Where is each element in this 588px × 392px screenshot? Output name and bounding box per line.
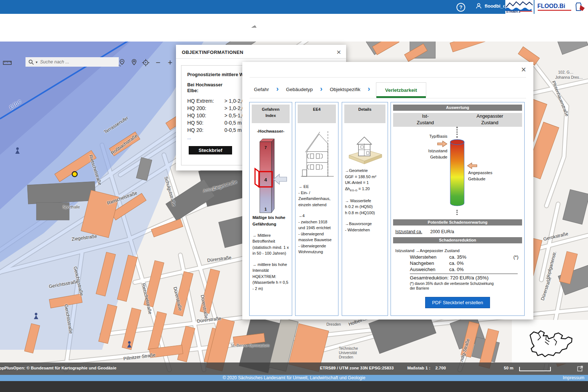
hq-value: > 0,5-1,0 xyxy=(224,113,245,118)
reduction-row: Ausweichen ca. 0% xyxy=(391,267,524,273)
panel-header: Details xyxy=(344,105,385,123)
tab-label: Verletzbarkeit xyxy=(385,87,417,93)
pdf-steckbrief-button[interactable]: PDF Steckbrief erstellen xyxy=(425,297,490,308)
scalebar-icon xyxy=(519,366,552,372)
state-columns: Ist- Zustand Angepasster Zustand xyxy=(393,113,522,127)
steckbrief-button[interactable]: Steckbrief xyxy=(189,146,232,154)
bauvorsorge-text: →Bauvorsorge - Widerstehen xyxy=(342,221,388,233)
steckbrief-dialog: × Gefahr › Gebäudetyp › Objektspezifik ›… xyxy=(242,62,533,320)
reduction-subtitle: Istzustand →Angepasster Zustand xyxy=(391,246,524,254)
delta-h-sub: EG-G xyxy=(350,189,357,192)
impressum-link[interactable]: Impressum xyxy=(563,375,584,381)
ist-zustand-column: Ist- Zustand xyxy=(393,113,458,127)
damage-gauge-graphic: Typ/Basis Istzustand Gebäude Angepas xyxy=(391,127,524,217)
set-marker-icon[interactable] xyxy=(130,58,138,67)
arrow-left-icon xyxy=(467,162,478,169)
hq-label: HQ Extrem: xyxy=(187,98,224,104)
floodbi-logo[interactable]: FLOOD.Bi xyxy=(534,0,588,14)
delta-h-line: ΔhEG-G = 1.20 xyxy=(342,186,388,193)
hazard-subtitle: -Hochwasser- xyxy=(250,128,292,134)
arrow-right-icon xyxy=(437,141,448,147)
reduction-row: Nachgeben ca. 0% xyxy=(391,260,524,267)
scale-value[interactable]: 2.700 xyxy=(435,366,446,370)
svg-text:STRIMA II: STRIMA II xyxy=(506,10,521,13)
istzustand-ca-label: Istzustand ca. xyxy=(395,229,422,234)
reduction-row: Widerstehen ca. 35% (*) xyxy=(391,254,524,260)
auswertung-panel: Auswertung Ist- Zustand Angepasster Zust… xyxy=(391,102,525,316)
reduction-name: Ausweichen xyxy=(410,267,449,273)
dotted-line xyxy=(456,210,458,215)
tab-verletzbarkeit[interactable]: Verletzbarkeit xyxy=(376,82,426,97)
help-icon[interactable]: ? xyxy=(456,3,465,12)
measure-ruler-icon[interactable] xyxy=(3,58,12,67)
selected-object-marker[interactable] xyxy=(72,172,77,177)
crs-label: ETRS89 / UTM zone 33N EPSG:25833 xyxy=(320,366,394,370)
panel-header: Gefahren Index xyxy=(252,105,290,123)
zoom-in-icon[interactable]: + xyxy=(166,58,175,67)
tab-gebaeudetyp[interactable]: Gebäudetyp xyxy=(285,87,314,92)
divider xyxy=(250,77,526,78)
dotted-line xyxy=(456,127,458,138)
search-dropdown-icon[interactable]: ▾ xyxy=(36,60,38,64)
tab-gefahr[interactable]: Gefahr xyxy=(252,87,270,92)
angepasstes-gebaeude-label: Angepasstes Gebäude xyxy=(468,170,516,183)
footer-bar: © 2020 Sächsisches Landesamt für Umwelt,… xyxy=(0,375,588,381)
map-attribution: ppPlusOpen: © Bundesamt für Kartographie… xyxy=(0,366,117,370)
istzustand-value: 2000 EUR/a xyxy=(430,229,454,234)
arrow-left-icon xyxy=(274,174,287,184)
search-input[interactable] xyxy=(39,59,99,65)
search-box[interactable]: ▾ xyxy=(26,57,119,67)
house-3d-icon xyxy=(346,134,384,165)
typ-basis-label: Typ/Basis xyxy=(405,133,447,140)
hq-value: > 1,0-2,0 xyxy=(224,98,245,104)
tab-objektspezifik[interactable]: Objektspezifik xyxy=(328,87,362,92)
gefahren-index-panel: Gefahren Index -Hochwasser- 7 1 xyxy=(249,102,292,316)
search-icon xyxy=(28,59,34,65)
gesamtreduktion-line: Gesamtreduktion: 720 EUR/a (35%) xyxy=(391,274,524,281)
building-type-sketch xyxy=(299,129,335,180)
locate-place-icon[interactable] xyxy=(117,58,126,67)
delta-h-base: Δh xyxy=(345,187,350,191)
user-menu[interactable]: floodbi_de xyxy=(475,3,509,9)
istzustand-row: Istzustand ca. 2000 EUR/a xyxy=(391,228,524,235)
reduction-note: (*) xyxy=(513,254,518,260)
ee-text-2: →4 - zwischen 1918 und 1945 errichtet - … xyxy=(295,213,338,255)
chevron-right-icon: › xyxy=(276,85,279,93)
floodbi-logo-graphic: FLOOD.Bi xyxy=(534,0,588,14)
user-icon xyxy=(475,3,482,9)
details-panel: Details →Geometrie GGF = 188.50 m² UK-An… xyxy=(342,102,388,316)
damage-cylinder xyxy=(449,138,465,208)
close-icon[interactable]: × xyxy=(337,48,341,56)
saxony-inset-map[interactable] xyxy=(512,320,588,364)
chevron-right-icon: › xyxy=(368,85,370,93)
svg-text:4: 4 xyxy=(264,177,267,183)
bottom-dark-strip xyxy=(0,381,588,392)
reduction-name: Nachgeben xyxy=(410,260,449,267)
waterdepth-text: → Wassertiefe h 0.2 m (HQ50) h 0.8 m (HQ… xyxy=(342,198,388,216)
scalebar-label: 50 m xyxy=(504,366,513,370)
angepasster-zustand-column: Angepasster Zustand xyxy=(458,113,522,127)
hazard-result: Mäßige bis hohe Gefährdung xyxy=(250,215,292,227)
scale-label: Maßstab 1 : xyxy=(407,366,430,370)
auswertung-header: Auswertung xyxy=(393,105,522,111)
ee-text-1: → EE - Ein- / Zweifamilienhaus, einzeln … xyxy=(295,184,338,208)
divider xyxy=(250,98,526,98)
dialog-title: OBJEKTINFORMATIONEN xyxy=(176,45,346,59)
reduction-value: ca. 0% xyxy=(449,260,483,267)
svg-text:1: 1 xyxy=(264,207,267,211)
hazard-text-1: → Mittlere Betroffenheit (statistisch mi… xyxy=(250,232,292,256)
panel-header: EE4 xyxy=(298,105,336,123)
reduction-value: ca. 0% xyxy=(449,267,483,273)
hazard-text-2: → mittlere bis hohe Intensität HQEXTREM:… xyxy=(250,262,292,292)
open-external-icon[interactable] xyxy=(577,365,583,372)
strima-logo-graphic: STRIMA II xyxy=(505,0,534,14)
my-location-icon[interactable] xyxy=(141,58,150,67)
zoom-out-icon[interactable]: − xyxy=(154,58,162,67)
close-icon[interactable]: × xyxy=(521,66,526,74)
reduction-name: Widerstehen xyxy=(410,254,449,260)
strima-logo[interactable]: STRIMA II xyxy=(505,0,534,14)
app-window: Elbe Terrassenufer Roßbachstraße Rietsch… xyxy=(0,0,588,392)
delta-h-value: = 1.20 xyxy=(357,187,370,191)
copyright-text: © 2020 Sächsisches Landesamt für Umwelt,… xyxy=(223,375,365,380)
hq-label: HQ 50: xyxy=(187,120,224,126)
